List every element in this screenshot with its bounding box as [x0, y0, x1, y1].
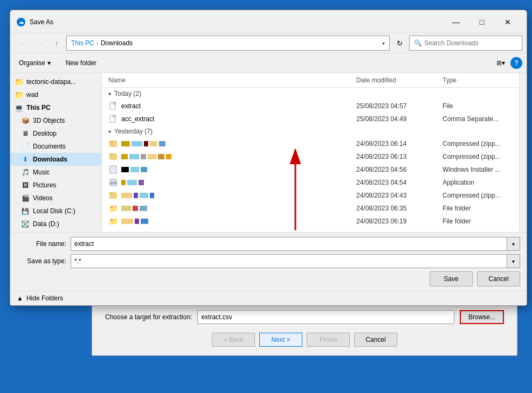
filename-label: File name:	[17, 240, 71, 248]
table-row[interactable]: 24/08/2023 06:13 Compressed (zipp...	[102, 150, 519, 163]
file-icon	[108, 101, 118, 111]
sidebar-item-desktop[interactable]: 🖥 Desktop	[10, 127, 101, 140]
file-icon	[108, 114, 118, 124]
sidebar-item-documents[interactable]: 📄 Documents	[10, 140, 101, 153]
downloads-icon: ⬇	[21, 155, 30, 164]
sidebar-item-3dobjects[interactable]: 📦 3D Objects	[10, 114, 101, 127]
sidebar-item-downloads[interactable]: ⬇ Downloads	[10, 153, 101, 166]
hide-folders-icon: ▲	[17, 294, 23, 302]
table-row[interactable]: extract 25/08/2023 04:57 File	[102, 100, 519, 113]
sidebar-label-pictures: Pictures	[33, 181, 56, 189]
table-row[interactable]: acc_extract 25/08/2023 04:49 Comma Separ…	[102, 113, 519, 125]
3dobjects-icon: 📦	[21, 116, 30, 125]
folder-icon: 📁	[15, 90, 23, 99]
file-date: 24/08/2023 04:54	[356, 179, 443, 186]
file-name-blurred	[121, 141, 356, 146]
cancel-button[interactable]: Cancel	[477, 271, 520, 286]
browse-button[interactable]: Browse...	[460, 310, 504, 324]
documents-icon: 📄	[21, 142, 30, 151]
file-date: 24/08/2023 06:35	[356, 205, 443, 212]
hide-folders-label: Hide Folders	[26, 294, 63, 302]
hide-folders-row[interactable]: ▲ Hide Folders	[10, 291, 527, 305]
breadcrumb-chevron-icon: ▾	[382, 40, 385, 46]
sidebar-label-videos: Videos	[33, 194, 52, 202]
title-bar: ☁ Save As — □ ✕	[10, 10, 527, 33]
table-row[interactable]: 📁 24/08/2023 06:19 File folder	[102, 215, 519, 228]
filename-input[interactable]	[71, 237, 507, 251]
finish-button[interactable]: Finish	[307, 333, 350, 347]
filetype-input[interactable]	[71, 254, 507, 268]
file-name-blurred	[121, 219, 356, 224]
file-date: 24/08/2023 04:56	[356, 166, 443, 173]
sidebar-item-pictures[interactable]: 🖼 Pictures	[10, 179, 101, 192]
sidebar-item-localdisk[interactable]: 💾 Local Disk (C:)	[10, 205, 101, 217]
videos-icon: 🎬	[21, 194, 30, 202]
group-yesterday[interactable]: ▾ Yesterday (7)	[102, 125, 519, 137]
file-name-blurred	[121, 206, 356, 211]
app-icon: ☁	[17, 18, 25, 26]
filetype-dropdown-button[interactable]: ▾	[507, 254, 520, 268]
column-date[interactable]: Date modified	[356, 76, 443, 84]
group-today[interactable]: ▾ Today (2)	[102, 88, 519, 100]
file-name-blurred	[121, 167, 356, 172]
table-row[interactable]: 24/08/2023 04:43 Compressed (zipp...	[102, 189, 519, 202]
sidebar-label-documents: Documents	[33, 143, 66, 150]
sidebar-label-music: Music	[33, 169, 50, 176]
help-button[interactable]: ?	[510, 57, 522, 69]
forward-nav-button[interactable]: →	[32, 36, 47, 51]
music-icon: 🎵	[21, 168, 30, 177]
svg-rect-13	[109, 192, 113, 195]
table-row[interactable]: 24/08/2023 06:14 Compressed (zipp...	[102, 137, 519, 150]
filetype-row: Save as type: ▾	[17, 254, 520, 268]
table-row[interactable]: 📁 24/08/2023 06:35 File folder	[102, 202, 519, 215]
file-date: 25/08/2023 04:49	[356, 115, 443, 123]
sidebar-item-videos[interactable]: 🎬 Videos	[10, 192, 101, 205]
minimize-button[interactable]: —	[444, 15, 468, 30]
next-button[interactable]: Next >	[259, 333, 302, 347]
scrollbar[interactable]	[519, 73, 527, 232]
extraction-input[interactable]	[197, 310, 454, 324]
column-name[interactable]: Name	[108, 76, 356, 84]
up-nav-button[interactable]: ↑	[49, 36, 64, 51]
group-today-chevron-icon: ▾	[108, 91, 111, 97]
back-button[interactable]: < Back	[212, 333, 255, 347]
file-date: 24/08/2023 06:13	[356, 153, 443, 160]
svg-text:.exe: .exe	[109, 180, 118, 185]
table-row[interactable]: 24/08/2023 04:56 Windows Installer ...	[102, 163, 519, 176]
sidebar-item-tectonic[interactable]: 📁 tectonic-datapa...	[10, 75, 101, 88]
extraction-cancel-button[interactable]: Cancel	[354, 333, 397, 347]
sidebar-item-datad[interactable]: 💽 Data (D:)	[10, 217, 101, 230]
search-box[interactable]: 🔍	[409, 36, 522, 51]
new-folder-button[interactable]: New folder	[61, 57, 101, 69]
breadcrumb[interactable]: This PC › Downloads ▾	[66, 36, 390, 51]
filename-dropdown-button[interactable]: ▾	[507, 237, 520, 251]
breadcrumb-downloads: Downloads	[101, 39, 133, 47]
sidebar-item-music[interactable]: 🎵 Music	[10, 166, 101, 179]
file-date: 24/08/2023 06:14	[356, 140, 443, 148]
view-button[interactable]: ⊞ ▾	[493, 55, 508, 71]
action-buttons: Save Cancel	[17, 271, 520, 286]
close-button[interactable]: ✕	[495, 15, 520, 30]
dialog-title: Save As	[30, 18, 53, 26]
sidebar-label-desktop: Desktop	[33, 130, 57, 137]
file-date: 24/08/2023 06:19	[356, 217, 443, 225]
back-nav-button[interactable]: ←	[15, 36, 30, 51]
sidebar-item-thispc[interactable]: 💻 This PC	[10, 101, 101, 114]
extraction-dialog: Choose a target for extraction: Browse..…	[92, 299, 517, 356]
save-button[interactable]: Save	[430, 271, 473, 286]
group-yesterday-chevron-icon: ▾	[108, 129, 111, 135]
svg-rect-4	[113, 115, 115, 117]
table-row[interactable]: .exe 24/08/2023 04:54 Application	[102, 176, 519, 189]
filetype-label: Save as type:	[17, 257, 71, 265]
refresh-button[interactable]: ↻	[392, 36, 407, 51]
breadcrumb-separator: ›	[96, 39, 99, 47]
sidebar-item-wad[interactable]: 📁 wad	[10, 88, 101, 101]
maximize-button[interactable]: □	[469, 15, 494, 30]
sidebar-label-downloads: Downloads	[33, 156, 67, 163]
organise-label: Organise	[19, 59, 45, 67]
title-bar-left: ☁ Save As	[17, 18, 53, 26]
search-input[interactable]	[424, 39, 517, 47]
folder-icon: 📁	[15, 78, 23, 86]
organise-button[interactable]: Organise ▾	[15, 57, 55, 69]
toolbar-right: ⊞ ▾ ?	[493, 55, 522, 71]
